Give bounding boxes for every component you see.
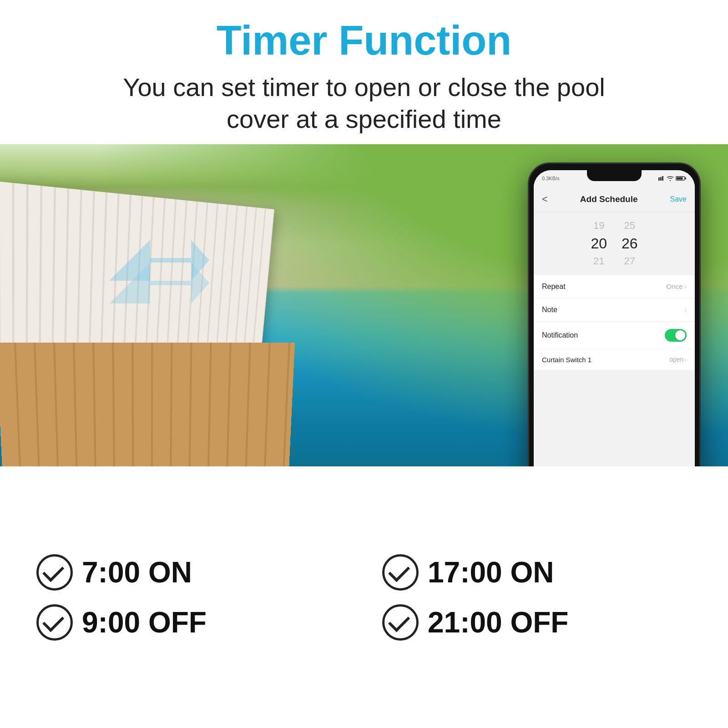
page-subtitle: You can set timer to open or close the p…: [46, 71, 682, 135]
brand-arrows: [109, 240, 209, 322]
svg-rect-3: [658, 177, 660, 181]
time-picker[interactable]: 19 20 21 25 26 27: [534, 212, 695, 272]
svg-rect-5: [662, 176, 663, 181]
schedule-item-2: 9:00 OFF: [36, 604, 346, 641]
toggle-knob: [675, 330, 685, 340]
checkmark-icon-2: [36, 604, 73, 641]
settings-list: Repeat Once › Note › Notification: [534, 275, 695, 349]
note-label: Note: [542, 306, 557, 314]
save-button[interactable]: Save: [670, 195, 687, 203]
phone-notch: [587, 170, 642, 181]
status-right: [658, 176, 687, 181]
schedule-item-0: 7:00 ON: [36, 554, 346, 591]
svg-rect-8: [677, 177, 683, 180]
page-header: Timer Function You can set timer to open…: [0, 0, 728, 144]
svg-rect-4: [660, 177, 662, 181]
schedule-text-3: 21:00 OFF: [428, 606, 568, 639]
minute-26: 26: [622, 234, 638, 253]
phone-mockup: 0.3KB/s < Add Schedule Save: [528, 162, 701, 495]
curtain-switch-label: Curtain Switch 1: [542, 356, 592, 364]
chevron-icon: ›: [684, 283, 687, 290]
hour-21: 21: [593, 255, 604, 268]
notification-label: Notification: [542, 331, 578, 339]
checkmark-icon-1: [382, 554, 419, 591]
checkmark-icon-0: [36, 554, 73, 591]
minute-column[interactable]: 25 26 27: [622, 219, 638, 268]
curtain-switch-row[interactable]: Curtain Switch 1 open ›: [534, 349, 695, 370]
hour-column[interactable]: 19 20 21: [591, 219, 607, 268]
bottom-section: 7:00 ON 17:00 ON 9:00 OFF 21:00 OFF: [0, 466, 728, 728]
schedule-grid: 7:00 ON 17:00 ON 9:00 OFF 21:00 OFF: [0, 527, 728, 668]
note-row[interactable]: Note ›: [534, 298, 695, 322]
app-navigation-bar: < Add Schedule Save: [534, 187, 695, 212]
schedule-item-3: 21:00 OFF: [382, 604, 692, 641]
minute-27: 27: [624, 255, 635, 268]
hour-20: 20: [591, 234, 607, 253]
phone-body: 0.3KB/s < Add Schedule Save: [528, 162, 701, 495]
back-button[interactable]: <: [542, 193, 548, 205]
repeat-row[interactable]: Repeat Once ›: [534, 275, 695, 298]
pool-image: 0.3KB/s < Add Schedule Save: [0, 144, 728, 499]
note-value: ›: [684, 306, 687, 313]
status-left: 0.3KB/s: [542, 176, 560, 181]
curtain-switch-value: open ›: [669, 356, 687, 363]
repeat-value: Once ›: [666, 283, 687, 290]
page-title: Timer Function: [46, 18, 682, 63]
schedule-text-2: 9:00 OFF: [82, 606, 207, 639]
schedule-item-1: 17:00 ON: [382, 554, 692, 591]
repeat-label: Repeat: [542, 283, 566, 291]
svg-rect-7: [685, 177, 686, 179]
notification-toggle[interactable]: [665, 329, 687, 342]
chevron-icon: ›: [684, 306, 687, 313]
hour-19: 19: [593, 219, 604, 233]
checkmark-icon-3: [382, 604, 419, 641]
schedule-text-0: 7:00 ON: [82, 556, 192, 589]
phone-screen: 0.3KB/s < Add Schedule Save: [534, 170, 695, 487]
app-screen-title: Add Schedule: [580, 194, 638, 204]
chevron-icon: ›: [684, 356, 687, 363]
schedule-text-1: 17:00 ON: [428, 556, 554, 589]
minute-25: 25: [624, 219, 635, 233]
notification-row[interactable]: Notification: [534, 322, 695, 349]
